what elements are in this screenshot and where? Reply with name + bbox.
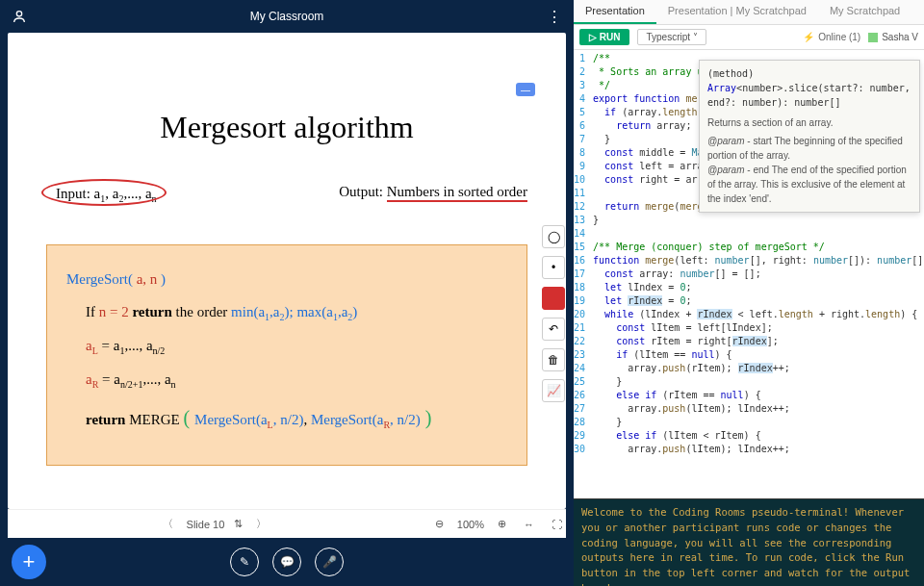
run-button[interactable]: ▷ RUN — [579, 29, 629, 45]
undo-tool[interactable]: ↶ — [542, 318, 565, 341]
tab-presentation-scratchpad[interactable]: Presentation | My Scratchpad — [656, 0, 818, 24]
svg-point-0 — [16, 12, 21, 16]
slide-indicator: Slide 10 — [187, 519, 225, 530]
delete-tool[interactable]: 🗑 — [542, 348, 565, 371]
chart-tool[interactable]: 📈 — [542, 379, 565, 402]
zoom-out[interactable]: ⊖ — [431, 516, 448, 532]
whiteboard-tools: ◯ • ↶ 🗑 📈 — [539, 225, 568, 402]
slide-nav-bar: 〈 Slide 10 ⇅ 〉 ⊖ 100% ⊕ ↔ ⛶ — [8, 509, 566, 538]
algorithm-box: MergeSort( a, n ) If n = 2 return the or… — [46, 244, 527, 466]
shape-tool[interactable]: ◯ — [542, 225, 565, 248]
add-fab[interactable]: + — [12, 545, 46, 579]
slide-area: — Mergesort algorithm Input: a1, a2,...,… — [8, 33, 566, 509]
tab-scratchpad[interactable]: My Scratchpad — [818, 0, 911, 24]
algo-line-2: If n = 2 return the order min(a1,a2); ma… — [66, 297, 507, 327]
slide-stepper[interactable]: ⇅ — [234, 518, 243, 530]
tooltip-param-start: @param - start The beginning of the spec… — [707, 134, 911, 163]
user-icon[interactable] — [12, 9, 27, 24]
algo-line-4: aR = an/2+1,..., an — [66, 365, 507, 395]
input-label: Input: a1, a2,..., an — [46, 184, 167, 206]
pointer-tool[interactable]: • — [542, 256, 565, 279]
chat-tool[interactable]: 💬 — [272, 548, 301, 576]
language-select[interactable]: Typescript ˅ — [637, 29, 706, 45]
color-picker[interactable] — [542, 287, 565, 310]
classroom-title: My Classroom — [27, 10, 547, 23]
collapse-button[interactable]: — — [516, 83, 535, 96]
mic-tool[interactable]: 🎤 — [315, 548, 344, 576]
run-bar: ▷ RUN Typescript ˅ ⚡ Online (1) Sasha V — [574, 25, 924, 50]
prev-slide[interactable]: 〈 — [159, 515, 177, 533]
algo-line-3: aL = a1,..., an/2 — [66, 331, 507, 361]
terminal[interactable]: Welcome to the Coding Rooms pseudo-termi… — [574, 499, 924, 586]
slide-title: Mergesort algorithm — [46, 110, 527, 145]
tab-presentation[interactable]: Presentation — [574, 0, 656, 24]
tooltip-signature: (method) Array<number>.slice(start?: num… — [707, 66, 911, 110]
tooltip-param-end: @param - end The end of the specified po… — [707, 163, 911, 206]
line-gutter: 1234567891011121314151617181920212223242… — [574, 50, 589, 458]
pen-tool[interactable]: ✎ — [230, 548, 259, 576]
fullscreen[interactable]: ⛶ — [548, 517, 566, 532]
fit-width[interactable]: ↔ — [520, 517, 538, 532]
editor-tabs: Presentation Presentation | My Scratchpa… — [574, 0, 924, 25]
output-label: Output: Numbers in sorted order — [339, 184, 527, 206]
presentation-panel: My Classroom ⋮ — Mergesort algorithm Inp… — [0, 0, 574, 586]
online-indicator: ⚡ Online (1) — [803, 32, 860, 42]
io-row: Input: a1, a2,..., an Output: Numbers in… — [46, 184, 527, 206]
more-icon[interactable]: ⋮ — [547, 8, 562, 26]
algo-line-5: return MERGE ( MergeSort(aL, n/2), Merge… — [66, 398, 507, 437]
tooltip-desc: Returns a section of an array. — [707, 115, 911, 130]
next-slide[interactable]: 〉 — [252, 515, 270, 533]
left-header: My Classroom ⋮ — [0, 0, 574, 33]
bottom-toolbar: + ✎ 💬 🎤 — [0, 538, 574, 586]
zoom-in[interactable]: ⊕ — [494, 516, 510, 532]
zoom-level: 100% — [457, 519, 484, 530]
algo-line-1: MergeSort( a, n ) — [66, 265, 507, 293]
code-editor[interactable]: 1234567891011121314151617181920212223242… — [574, 50, 924, 499]
intellisense-tooltip: (method) Array<number>.slice(start?: num… — [699, 60, 920, 213]
code-panel: Presentation Presentation | My Scratchpa… — [574, 0, 924, 586]
user-chip: Sasha V — [868, 32, 918, 42]
